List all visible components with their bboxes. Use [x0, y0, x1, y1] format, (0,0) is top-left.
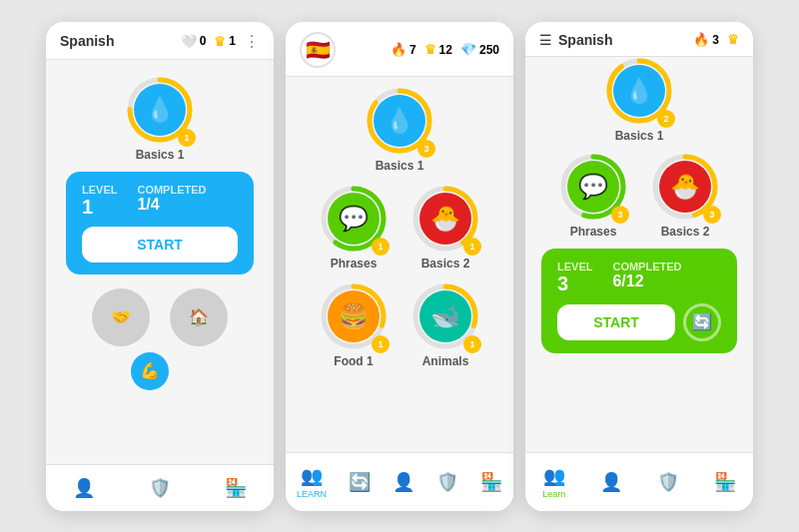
nav-profile-3[interactable]: 👤 [592, 467, 630, 497]
level-value-3: 3 [557, 272, 592, 295]
flag-circle: 🇪🇸 [300, 32, 336, 68]
s2-food1-node[interactable]: 🍔 1 Food 1 [320, 282, 388, 368]
completed-stat-3: Completed 6/12 [612, 261, 681, 295]
level-stat-3: Level 3 [557, 261, 592, 295]
nav-shop-3[interactable]: 🏪 [706, 467, 744, 497]
s2-row2: 🍔 1 Food 1 🐋 1 Animals [320, 282, 479, 368]
s3-basics2-node[interactable]: 🐣 3 Basics 2 [651, 153, 719, 239]
screen1-title: Spanish [60, 33, 114, 49]
s2-basics1-badge: 3 [417, 140, 435, 158]
fire-stat-3: 🔥 3 [693, 32, 719, 47]
s2-phrases-circle: 💬 1 [320, 185, 388, 253]
nav-shield[interactable]: 🛡️ [141, 473, 179, 503]
completed-value-3: 6/12 [612, 272, 681, 290]
fire-icon-3: 🔥 [693, 32, 709, 47]
screen3-title: Spanish [558, 32, 612, 48]
s3-phrases-icon: 💬 [567, 161, 619, 213]
shield-icon-3: 🛡️ [657, 471, 679, 493]
nav-learn-2[interactable]: 👥 LEARN [289, 461, 335, 503]
nav-shield-2[interactable]: 🛡️ [428, 467, 466, 497]
screen2-stats: 🔥 7 ♛ 12 💎 250 [391, 42, 499, 57]
s2-row1: 💬 1 Phrases 🐣 1 Basics 2 [320, 185, 479, 270]
s2-basics2-circle: 🐣 1 [411, 185, 479, 253]
s2-phrases-node[interactable]: 💬 1 Phrases [320, 185, 388, 270]
nav-learn-3[interactable]: 👥 Learn [534, 461, 573, 503]
dumbbell-button[interactable]: 💪 [131, 352, 169, 390]
basics1-badge: 1 [178, 129, 196, 147]
nav-shop-2[interactable]: 🏪 [472, 467, 510, 497]
s2-animals-badge: 1 [463, 335, 481, 353]
s2-basics2-label: Basics 2 [421, 257, 470, 270]
s2-animals-node[interactable]: 🐋 1 Animals [411, 282, 479, 368]
s2-basics1-icon: 💧 [374, 95, 425, 147]
screen2-bottom-nav: 👥 LEARN 🔄 👤 🛡️ 🏪 [286, 452, 513, 511]
nav-refresh-2[interactable]: 🔄 [341, 467, 379, 497]
s3-basics2-badge: 3 [703, 206, 721, 224]
crown-value: 1 [229, 34, 236, 48]
screen1-stats: 🤍 0 ♛ 1 ⋮ [181, 32, 260, 51]
basics1-circle: 💧 1 [126, 76, 194, 144]
s2-food1-badge: 1 [372, 335, 390, 353]
heart-stat: 🤍 0 [181, 34, 207, 49]
s3-basics1-node[interactable]: 💧 2 Basics 1 [605, 57, 673, 143]
profile-icon-2: 👤 [393, 471, 414, 493]
learn-icon-2: 👥 [301, 465, 323, 487]
screen1-bottom-nav: 👤 🛡️ 🏪 [46, 464, 274, 511]
crown-icon-3: ♛ [727, 32, 739, 47]
screen3-title-group: ☰ Spanish [539, 32, 612, 48]
gray-node-1: 🤝 [92, 288, 150, 346]
completed-label: Completed [137, 184, 206, 196]
nav-shop[interactable]: 🏪 [217, 473, 255, 503]
s2-phrases-label: Phrases [331, 257, 378, 270]
phone-screen-3: ☰ Spanish 🔥 3 ♛ [525, 22, 753, 511]
crown-stat-3: ♛ [727, 32, 739, 47]
popup-stats-3: Level 3 Completed 6/12 [557, 261, 721, 295]
screen3-popup: Level 3 Completed 6/12 START 🔄 [541, 249, 737, 353]
menu-dots[interactable]: ⋮ [244, 32, 260, 51]
s2-food1-circle: 🍔 1 [320, 282, 388, 350]
s3-row1: 💬 3 Phrases 🐣 3 Basics 2 [559, 153, 719, 239]
s2-food1-label: Food 1 [334, 354, 373, 368]
gem-value: 250 [479, 43, 499, 57]
nav-profile-2[interactable]: 👤 [385, 467, 422, 497]
profile-icon-3: 👤 [600, 471, 622, 493]
crown-icon-2: ♛ [424, 42, 436, 57]
s3-basics1-circle: 💧 2 [605, 57, 673, 125]
grayed-row: 🤝 🏠 [92, 288, 228, 346]
basics1-node[interactable]: 💧 1 Basics 1 [126, 76, 194, 162]
start-button-1[interactable]: START [82, 227, 238, 263]
s3-phrases-node[interactable]: 💬 3 Phrases [559, 153, 627, 239]
shop-icon: 🏪 [225, 477, 247, 499]
popup-stats: Level 1 Completed 1/4 [82, 184, 238, 219]
s3-basics2-label: Basics 2 [661, 225, 710, 239]
heart-value: 0 [200, 34, 207, 48]
start-button-3[interactable]: START [557, 304, 675, 340]
fire-icon: 🔥 [391, 42, 406, 57]
s2-animals-label: Animals [422, 354, 469, 368]
basics1-label: Basics 1 [136, 148, 185, 162]
s2-phrases-badge: 1 [372, 238, 390, 256]
refresh-btn-3[interactable]: 🔄 [683, 303, 721, 341]
nav-profile[interactable]: 👤 [65, 473, 103, 503]
fire-stat: 🔥 7 [391, 42, 416, 57]
screen1-header: Spanish 🤍 0 ♛ 1 ⋮ [46, 22, 274, 60]
screen2-content: 💧 3 Basics 1 💬 1 Phrases [286, 77, 513, 452]
gray-node-2: 🏠 [170, 288, 228, 346]
screen3-content: 💧 2 Basics 1 💬 3 Phrases [525, 57, 753, 452]
s2-basics2-node[interactable]: 🐣 1 Basics 2 [411, 185, 479, 270]
hamburger-icon[interactable]: ☰ [539, 32, 552, 48]
heart-icon: 🤍 [181, 34, 197, 49]
phone-screen-2: 🇪🇸 🔥 7 ♛ 12 💎 250 [286, 22, 513, 511]
learn-label-3: Learn [542, 489, 565, 499]
s3-phrases-label: Phrases [570, 225, 617, 239]
level-value: 1 [82, 196, 117, 219]
shield-icon-2: 🛡️ [436, 471, 458, 493]
shop-icon-3: 🏪 [714, 471, 736, 493]
completed-label-3: Completed [612, 261, 681, 272]
s2-basics1-circle: 💧 3 [366, 87, 433, 155]
crown-stat: ♛ 1 [214, 34, 236, 49]
s2-basics1-node[interactable]: 💧 3 Basics 1 [366, 87, 433, 173]
crown-icon: ♛ [214, 34, 226, 49]
nav-shield-3[interactable]: 🛡️ [649, 467, 687, 497]
crown-stat-2: ♛ 12 [424, 42, 452, 57]
